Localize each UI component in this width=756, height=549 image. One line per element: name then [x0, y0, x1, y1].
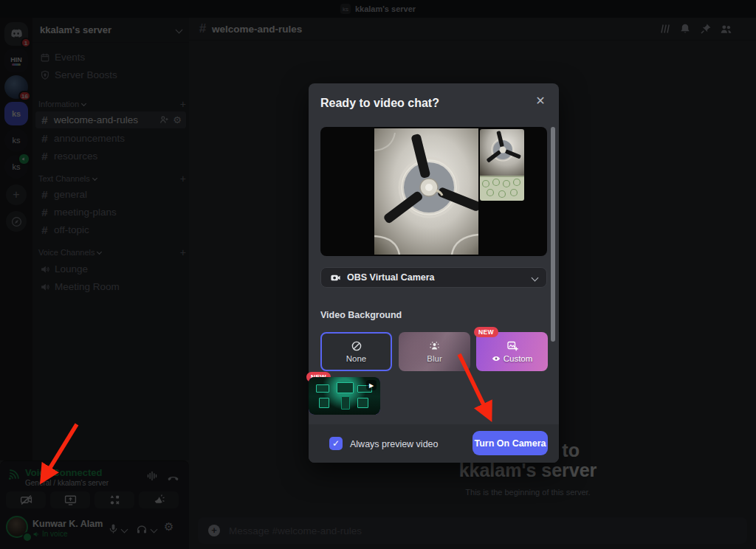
check-icon: ✓	[332, 438, 340, 449]
video-background-label: Video Background	[320, 310, 402, 320]
background-option-custom[interactable]: NEW Custom	[476, 332, 548, 371]
camera-select-dropdown[interactable]: OBS Virtual Camera	[320, 267, 547, 288]
camera-preview-pip	[480, 129, 524, 201]
new-badge: NEW	[474, 327, 498, 337]
background-option-none[interactable]: None	[320, 332, 392, 371]
always-preview-checkbox[interactable]: ✓	[329, 437, 343, 450]
video-chat-modal: Ready to video chat? ✕	[309, 83, 559, 463]
modal-footer: ✓ Always preview video Turn On Camera	[309, 424, 559, 463]
camera-preview-video	[374, 128, 478, 255]
camera-icon	[330, 272, 341, 283]
blur-person-icon	[429, 341, 440, 352]
modal-title: Ready to video chat?	[320, 97, 439, 110]
none-circle-slash-icon	[351, 340, 362, 352]
play-icon: ▶	[366, 380, 377, 390]
chevron-down-icon	[532, 274, 539, 281]
background-option-blur[interactable]: Blur	[399, 332, 470, 371]
modal-scrollbar[interactable]	[551, 127, 555, 342]
close-icon[interactable]: ✕	[532, 92, 549, 108]
camera-preview	[320, 127, 547, 256]
camera-select-value: OBS Virtual Camera	[347, 272, 435, 283]
always-preview-label: Always preview video	[350, 439, 439, 449]
discord-app: ks kkalam's server 1 HIN 16 ks ks ks	[0, 0, 756, 549]
turn-on-camera-button[interactable]: Turn On Camera	[472, 431, 548, 455]
background-thumbnail-3[interactable]: ▶	[309, 377, 380, 415]
image-plus-icon	[506, 340, 518, 352]
eye-icon	[492, 354, 501, 363]
